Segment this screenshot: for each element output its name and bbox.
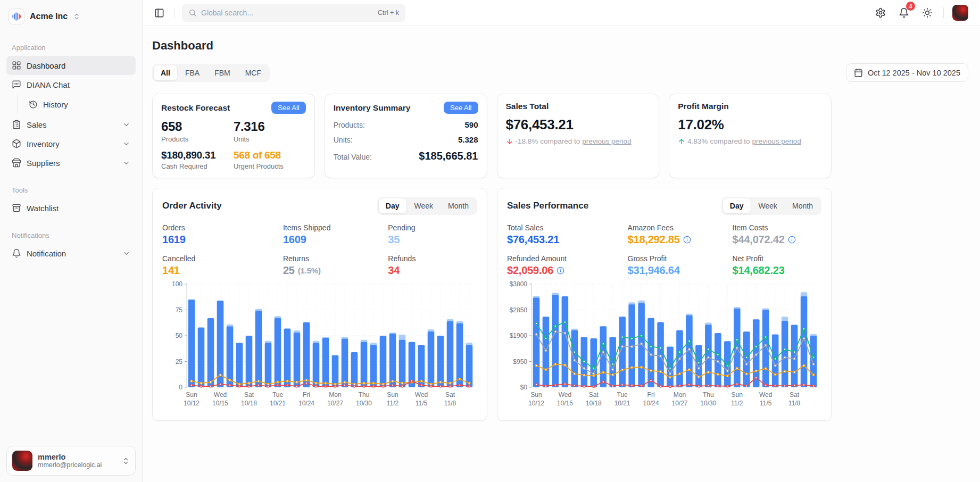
theme-toggle-button[interactable] [920, 5, 935, 20]
stat-gross-profit: Gross Profit $31,946.64 [628, 254, 733, 277]
sidebar-nav: Application Dashboard DIANA Chat History… [0, 30, 142, 439]
notification-count-badge: 4 [906, 2, 915, 11]
toggle-day[interactable]: Day [379, 198, 406, 213]
dashboard-content: Dashboard All FBA FBM MCF Oct 12 2025 - … [143, 26, 980, 482]
sidebar-item-notification[interactable]: Notification [6, 244, 136, 263]
inventory-row-products: Products: 590 [334, 120, 478, 129]
svg-text:50: 50 [176, 332, 183, 339]
user-avatar [12, 451, 32, 471]
svg-text:25: 25 [176, 358, 183, 365]
info-icon[interactable] [557, 267, 564, 275]
order-activity-period-toggle: Day Week Month [377, 197, 477, 215]
svg-text:Sun: Sun [387, 391, 398, 398]
stat-total-sales: Total Sales $76,453.21 [507, 223, 628, 246]
sidebar-item-watchlist[interactable]: Watchlist [6, 198, 136, 218]
archive-box-icon [12, 203, 21, 213]
search-input[interactable] [201, 9, 373, 17]
history-icon [29, 100, 38, 109]
svg-text:10/27: 10/27 [327, 400, 343, 407]
svg-text:Tue: Tue [272, 391, 284, 398]
info-icon[interactable] [788, 236, 796, 244]
restock-units-label: Units [234, 135, 306, 143]
info-icon[interactable] [683, 236, 691, 244]
chevron-down-icon [122, 159, 130, 167]
sidebar-item-inventory[interactable]: Inventory [6, 134, 136, 153]
svg-text:Wed: Wed [559, 391, 571, 398]
avatar[interactable] [952, 5, 968, 21]
restock-urgent-value: 568 of 658 [234, 149, 306, 161]
search-shortcut: Ctrl + k [378, 9, 399, 16]
sidebar-item-history[interactable]: History [23, 95, 136, 114]
sales-performance-card: Sales Performance Day Week Month Total S… [497, 188, 832, 421]
restock-units-value: 7.316 [234, 119, 306, 134]
diana-chat-subnav: History [18, 95, 136, 114]
clipboard-list-icon [12, 120, 21, 129]
date-range-picker[interactable]: Oct 12 2025 - Nov 10 2025 [846, 63, 968, 82]
toggle-day[interactable]: Day [723, 198, 751, 213]
profit-margin-value: 17.02% [678, 117, 823, 133]
stat-item-costs: Item Costs $44,072.42 [733, 223, 821, 246]
panel-left-icon [154, 8, 164, 18]
global-search[interactable]: Ctrl + k [182, 4, 405, 22]
sidebar-toggle-button[interactable] [152, 6, 167, 20]
restock-see-all-button[interactable]: See All [271, 102, 305, 114]
svg-text:10/24: 10/24 [643, 400, 659, 407]
brand-logo-icon [9, 9, 24, 24]
svg-text:11/2: 11/2 [731, 400, 743, 407]
tab-fba[interactable]: FBA [178, 65, 206, 80]
stat-cancelled: Cancelled 141 [162, 254, 283, 277]
tab-mcf[interactable]: MCF [238, 65, 268, 80]
stat-net-profit: Net Profit $14,682.23 [733, 254, 821, 277]
svg-text:10/15: 10/15 [557, 400, 573, 407]
toggle-month[interactable]: Month [785, 198, 820, 213]
sidebar: Acme Inc Application Dashboard DIANA Cha… [0, 0, 143, 482]
user-name: mmerlo [38, 453, 117, 461]
inventory-see-all-button[interactable]: See All [444, 102, 478, 114]
nav-section-application: Application [12, 44, 130, 52]
previous-period-link[interactable]: previous period [752, 137, 801, 145]
chevrons-up-down-icon [73, 13, 80, 20]
toggle-month[interactable]: Month [441, 198, 476, 213]
sidebar-item-diana-chat[interactable]: DIANA Chat [6, 75, 136, 94]
svg-text:Sun: Sun [186, 391, 197, 398]
sidebar-item-label: Dashboard [27, 61, 65, 70]
card-title: Restock Forecast [161, 103, 230, 113]
bell-icon [12, 248, 21, 258]
stat-refunds: Refunds 34 [388, 254, 477, 277]
sidebar-item-sales[interactable]: Sales [6, 115, 136, 134]
svg-text:Sun: Sun [732, 391, 743, 398]
order-activity-card: Order Activity Day Week Month Orders 161… [152, 188, 487, 421]
svg-text:10/30: 10/30 [700, 400, 716, 407]
notifications-button[interactable]: 4 [896, 5, 911, 20]
sales-total-value: $76,453.21 [506, 117, 651, 133]
svg-text:10/15: 10/15 [212, 400, 228, 407]
sidebar-item-dashboard[interactable]: Dashboard [6, 56, 136, 75]
chevron-down-icon [122, 121, 130, 129]
main-area: Ctrl + k 4 Dashboard All FBA FBM MCF [143, 0, 980, 482]
sales-total-card: Sales Total $76,453.21 -18.8% compared t… [497, 94, 660, 178]
user-email: mmerlo@pricelogic.ai [38, 461, 117, 469]
restock-cash-label: Cash Required [161, 162, 234, 170]
tab-all[interactable]: All [154, 65, 177, 80]
sidebar-item-suppliers[interactable]: Suppliers [6, 153, 136, 172]
sales-performance-period-toggle: Day Week Month [721, 197, 821, 215]
svg-text:11/5: 11/5 [416, 400, 428, 407]
user-menu[interactable]: mmerlo mmerlo@pricelogic.ai [6, 446, 136, 476]
svg-text:10/21: 10/21 [614, 400, 630, 407]
previous-period-link[interactable]: previous period [582, 137, 631, 145]
settings-button[interactable] [873, 5, 888, 20]
toggle-week[interactable]: Week [408, 198, 441, 213]
workspace-switcher[interactable]: Acme Inc [0, 0, 142, 30]
profit-margin-card: Profit Margin 17.02% 4.83% compared to p… [669, 94, 832, 178]
svg-text:100: 100 [172, 280, 182, 288]
sales-total-delta: -18.8% [516, 137, 538, 145]
sun-icon [922, 7, 933, 18]
tab-fbm[interactable]: FBM [207, 65, 237, 80]
calendar-icon [854, 68, 863, 77]
toggle-week[interactable]: Week [752, 198, 785, 213]
restock-products-value: 658 [161, 119, 234, 134]
svg-text:Wed: Wed [415, 391, 428, 398]
svg-text:11/8: 11/8 [444, 400, 456, 407]
svg-text:$2850: $2850 [510, 306, 528, 314]
layout-grid-icon [12, 61, 21, 70]
